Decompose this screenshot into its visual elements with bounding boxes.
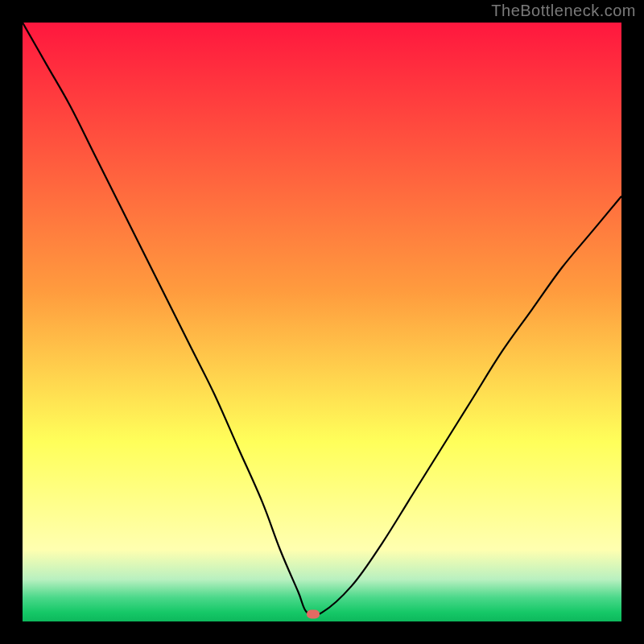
bottleneck-curve — [23, 23, 621, 621]
chart-frame: TheBottleneck.com — [0, 0, 644, 644]
minimum-marker-icon — [307, 610, 320, 619]
plot-area — [23, 23, 621, 621]
attribution-text: TheBottleneck.com — [491, 2, 636, 20]
